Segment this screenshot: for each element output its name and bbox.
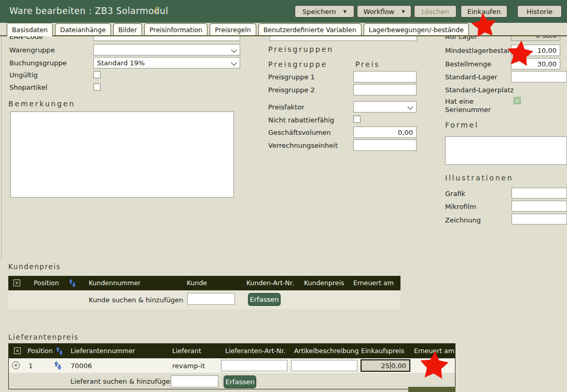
verrechnungseinheit-input[interactable] xyxy=(353,139,417,151)
title-bar: Ware bearbeiten : ZB3 Solarmodul Speiche… xyxy=(0,0,567,23)
lieferantenpreis-search-row: Lieferant suchen & hinzufügen Erfassen xyxy=(9,373,455,389)
lieferantenpreis-col-lieferantennummer: Lieferantennummer xyxy=(71,347,135,355)
dropdown-arrow-icon[interactable]: ▼ xyxy=(402,9,405,14)
title-text-caret xyxy=(156,7,157,13)
lieferantenpreis-table: ✕ Position Lieferantennummer Lieferant L… xyxy=(8,343,455,389)
kundenpreis-table-header: ✕ Position Kundennummer Kunde Kunden-Art… xyxy=(8,276,400,290)
lieferantenpreis-col-artikelbeschreibung: Artikelbeschreibung xyxy=(294,347,359,355)
historie-button[interactable]: Historie xyxy=(517,5,562,18)
sort-arrows-icon[interactable] xyxy=(54,361,61,370)
loeschen-button: Löschen xyxy=(414,5,457,18)
chevron-down-icon xyxy=(231,47,237,52)
formel-heading: Formel xyxy=(445,121,479,129)
mindestlagerbestand-input[interactable]: 10,00 xyxy=(511,45,560,56)
lieferantenpreis-col-einkaufspreis: Einkaufspreis xyxy=(361,347,404,355)
mindestlagerbestand-label: Mindestlagerbestand xyxy=(445,47,516,54)
hat-serienummer-label-line2: Serienummer xyxy=(445,106,491,114)
standard-lagerplatz-label: Standard-Lagerplatz xyxy=(445,86,514,94)
delete-row-icon[interactable]: ✕ xyxy=(12,361,20,369)
row-einkaufspreis-input[interactable]: 25 0,00 xyxy=(361,359,410,372)
zeichnung-label: Zeichnung xyxy=(445,216,481,224)
row-position: 1 xyxy=(29,362,33,370)
kundenpreis-col-erneuert-am: Erneuert am xyxy=(353,279,394,287)
kundenpreis-col-kundenpreis: Kundenpreis xyxy=(304,279,344,287)
einkaufspreis-text-before-caret: 25 xyxy=(381,362,390,370)
tab-bilder[interactable]: Bilder xyxy=(113,23,142,35)
preis-column-header: Preis xyxy=(355,60,380,68)
kundenpreis-heading: Kundenpreis xyxy=(8,262,61,271)
warengruppe-select[interactable] xyxy=(93,44,240,55)
lieferantenpreis-col-position: Position xyxy=(27,347,53,355)
grafik-input[interactable] xyxy=(511,188,567,199)
kundenpreis-col-kunde: Kunde xyxy=(187,279,207,287)
mikrofilm-input[interactable] xyxy=(511,201,567,212)
preisgruppe1-input[interactable] xyxy=(353,71,417,82)
loeschen-button-label: Löschen xyxy=(421,8,449,16)
kundenpreis-search-row: Kunde suchen & hinzufügen Erfassen xyxy=(8,290,400,309)
lieferantenpreis-col-lieferanten-art-nr: Lieferanten-Art-Nr. xyxy=(225,347,285,355)
row-lieferanten-art-nr-input[interactable] xyxy=(221,360,287,371)
workflow-button[interactable]: Workflow ▼ xyxy=(357,5,411,18)
tab-basisdaten[interactable]: Basisdaten xyxy=(7,23,53,36)
bemerkungen-textarea[interactable] xyxy=(10,111,234,198)
formel-textarea[interactable] xyxy=(445,136,567,165)
tab-preisregeln[interactable]: Preisregeln xyxy=(210,23,256,35)
lieferantenpreis-col-lieferant: Lieferant xyxy=(172,347,201,355)
geschaeftsvolumen-input[interactable]: 0,00 xyxy=(353,127,417,138)
chevron-down-icon xyxy=(231,60,237,65)
row-artikelbeschreibung-input[interactable] xyxy=(291,360,357,371)
tab-preisinformation[interactable]: Preisinformation xyxy=(144,23,208,35)
lieferant-suchen-input[interactable] xyxy=(171,375,218,387)
bestellmenge-label: Bestellmenge xyxy=(445,60,491,68)
page-title: Ware bearbeiten : ZB3 Solarmodul xyxy=(9,6,168,16)
shopartikel-checkbox[interactable] xyxy=(93,83,101,91)
tab-benutzerdefinierte-variablen[interactable]: Benutzerdefinierte Variablen xyxy=(258,23,362,35)
mikrofilm-label: Mikrofilm xyxy=(445,203,476,211)
sort-arrows-icon[interactable] xyxy=(56,347,63,355)
ungueltig-checkbox[interactable] xyxy=(93,71,101,78)
bestellmenge-input[interactable]: 30,00 xyxy=(511,58,560,69)
buchungsgruppe-select[interactable]: Standard 19% xyxy=(93,57,240,68)
delete-all-icon[interactable]: ✕ xyxy=(13,279,20,286)
preisgruppe1-label: Preisgruppe 1 xyxy=(268,73,315,81)
preisgruppen-heading: Preisgruppen xyxy=(268,45,334,53)
tab-dateianhaenge[interactable]: Dateianhänge xyxy=(55,23,111,35)
row-lieferant: revamp-it xyxy=(172,362,205,370)
historie-button-label: Historie xyxy=(527,8,552,16)
kunde-suchen-label: Kunde suchen & hinzufügen xyxy=(89,296,183,304)
kunde-suchen-input[interactable] xyxy=(187,293,235,305)
lieferantenpreis-heading: Lieferantenpreis xyxy=(8,333,79,341)
lieferantenpreis-table-row: ✕ 1 70006 revamp-it 25 0,00 xyxy=(9,358,455,373)
nicht-rabattierfaehig-checkbox[interactable] xyxy=(353,116,361,123)
hat-serienummer-checkbox[interactable] xyxy=(514,97,521,104)
standard-lager-input[interactable] xyxy=(511,71,567,82)
buchungsgruppe-value: Standard 19% xyxy=(97,59,145,67)
kundenpreis-col-position: Position xyxy=(34,279,59,287)
text-cursor xyxy=(390,362,391,369)
einkaufspreis-text-after-caret: 0,00 xyxy=(391,362,406,370)
nicht-rabattierfaehig-label: Nicht rabattierfähig xyxy=(268,116,334,124)
preisfaktor-select[interactable] xyxy=(353,101,417,113)
lieferant-suchen-label: Lieferant suchen & hinzufügen xyxy=(71,377,174,385)
kundenpreis-col-kunden-art-nr: Kunden-Art-Nr. xyxy=(246,279,294,287)
einkaufen-button[interactable]: Einkaufen xyxy=(461,5,507,18)
chevron-down-icon xyxy=(407,104,413,109)
kundenpreis-col-kundennummer: Kundennummer xyxy=(89,279,141,287)
preisgruppe2-input[interactable] xyxy=(353,84,417,95)
kunde-erfassen-button[interactable]: Erfassen xyxy=(248,293,281,306)
bemerkungen-heading: Bemerkungen xyxy=(8,100,75,108)
tab-strip: Basisdaten Dateianhänge Bilder Preisinfo… xyxy=(0,23,567,36)
lieferantenpreis-col-erneuert-am: Erneuert am xyxy=(414,347,454,355)
ungueltig-label: Ungültig xyxy=(9,71,38,79)
lieferant-erfassen-button[interactable]: Erfassen xyxy=(224,375,256,388)
delete-all-icon[interactable]: ✕ xyxy=(14,347,21,354)
dropdown-arrow-icon[interactable]: ▼ xyxy=(343,9,347,14)
sort-arrows-icon[interactable] xyxy=(69,279,76,287)
buchungsgruppe-label: Buchungsgruppe xyxy=(9,59,66,67)
zeichnung-input[interactable] xyxy=(511,214,567,225)
panel-left-border xyxy=(1,36,2,259)
geschaeftsvolumen-label: Geschäftsvolumen xyxy=(268,129,331,136)
tab-lagerbewegungen[interactable]: Lagerbewegungen/-bestände xyxy=(364,23,469,35)
speichern-button[interactable]: Speichern ▼ xyxy=(295,5,354,18)
preisgruppe2-label: Preisgruppe 2 xyxy=(268,86,315,94)
